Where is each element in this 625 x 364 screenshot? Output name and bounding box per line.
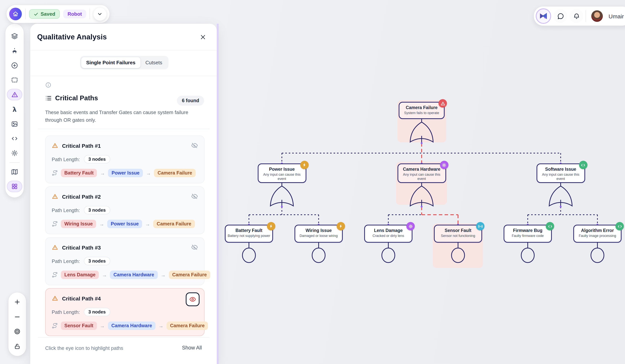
tab-single-point-failures[interactable]: Single Point Failures <box>81 57 140 68</box>
waypoints-icon <box>52 272 58 278</box>
critical-path-card[interactable]: Critical Path #4 Path Length: 3 nodes Se… <box>45 288 205 336</box>
path-arrow: → <box>161 272 166 278</box>
tree-node-software-issue[interactable]: Software IssueAny input can cause this e… <box>536 163 585 183</box>
code-badge-icon <box>579 161 587 169</box>
footer-hint: Click the eye icon to highlight paths <box>45 345 123 351</box>
critical-paths-description: These basic events and Transfer Gates ca… <box>45 109 198 124</box>
node-subtitle: Damaged or loose wiring <box>297 234 341 238</box>
path-chips: Lens Damage→Camera Hardware→Camera Failu… <box>61 271 210 279</box>
path-node-chip: Camera Failure <box>153 220 195 228</box>
node-title: Lens Damage <box>367 228 410 233</box>
node-subtitle: Any input can cause this event <box>260 173 304 181</box>
eye-off-icon <box>191 193 198 200</box>
tree-node-firmware-bug[interactable]: Firmware BugFaulty firmware code <box>504 225 552 243</box>
path-length-label: Path Length: <box>52 156 80 162</box>
node-title: Power Issue <box>260 166 304 172</box>
node-title: Camera Hardware <box>400 166 444 172</box>
tree-node-camera-failure[interactable]: Camera FailureSystem fails to operate <box>399 102 445 119</box>
path-length-label: Path Length: <box>52 207 80 213</box>
waypoints-icon <box>52 323 58 329</box>
toggle-path-visibility-button[interactable] <box>191 193 198 201</box>
path-arrow: → <box>146 170 151 176</box>
tree-node-wiring-issue[interactable]: Wiring IssueDamaged or loose wiring <box>294 225 343 243</box>
warning-triangle-icon <box>52 244 58 251</box>
path-node-chip: Camera Failure <box>154 169 196 177</box>
tab-cutsets[interactable]: Cutsets <box>140 57 167 68</box>
critical-path-card[interactable]: Critical Path #3 Path Length: 3 nodes Le… <box>45 237 205 285</box>
path-node-chip: Power Issue <box>107 220 142 228</box>
show-all-button[interactable]: Show All <box>182 345 202 351</box>
path-chips: Wiring Issue→Power Issue→Camera Failure <box>61 220 195 228</box>
toggle-path-visibility-button[interactable] <box>191 244 198 252</box>
code-badge-icon <box>546 222 554 230</box>
close-panel-button[interactable] <box>199 33 207 41</box>
node-title: Wiring Issue <box>297 228 341 233</box>
tree-node-battery-fault[interactable]: Battery FaultBattery not supplying power <box>225 225 273 243</box>
node-subtitle: System fails to operate <box>401 111 442 115</box>
node-subtitle: Any input can cause this event <box>400 173 444 181</box>
card-title: Critical Path #3 <box>62 244 101 250</box>
tree-node-lens-damage[interactable]: Lens DamageCracked or dirty lens <box>364 225 412 243</box>
toggle-path-visibility-button[interactable] <box>191 142 198 151</box>
bolt-badge-icon <box>300 161 309 169</box>
eye-icon <box>189 296 196 303</box>
path-length-label: Path Length: <box>52 258 80 264</box>
path-node-chip: Sensor Fault <box>61 322 97 330</box>
critical-paths-header: Critical Paths <box>45 94 98 102</box>
node-title: Battery Fault <box>227 228 271 233</box>
tree-node-sensor-fault[interactable]: Sensor FaultSensor not functioning <box>434 225 482 243</box>
panel-divider <box>30 76 217 76</box>
node-title: Camera Failure <box>401 105 442 110</box>
close-icon <box>200 34 206 40</box>
critical-path-card[interactable]: Critical Path #2 Path Length: 3 nodes Wi… <box>45 186 205 234</box>
path-length-label: Path Length: <box>52 309 80 315</box>
path-node-chip: Camera Failure <box>167 322 208 330</box>
eye-off-icon <box>191 244 198 251</box>
signal-badge-icon <box>476 222 484 230</box>
footer-divider <box>38 337 210 337</box>
critical-path-card[interactable]: Critical Path #1 Path Length: 3 nodes Ba… <box>45 135 205 183</box>
critical-path-list: Critical Path #1 Path Length: 3 nodes Ba… <box>45 135 205 336</box>
code-badge-icon <box>615 222 624 230</box>
node-title: Sensor Fault <box>436 228 480 233</box>
bolt-badge-icon <box>267 222 275 230</box>
path-arrow: → <box>100 323 105 329</box>
list-icon <box>45 95 52 101</box>
node-subtitle: Cracked or dirty lens <box>367 234 410 238</box>
warning-triangle-icon <box>52 295 58 302</box>
node-count-badge: 3 nodes <box>84 257 110 265</box>
panel-title: Qualitative Analysis <box>37 33 107 41</box>
toggle-path-visibility-button[interactable] <box>186 292 199 306</box>
node-subtitle: Faulty firmware code <box>506 234 550 238</box>
path-chips: Battery Fault→Power Issue→Camera Failure <box>61 169 195 177</box>
node-count-badge: 3 nodes <box>84 308 110 316</box>
found-count-badge: 6 found <box>177 96 204 106</box>
node-subtitle: Battery not supplying power <box>227 234 271 238</box>
card-title: Critical Path #4 <box>62 295 101 302</box>
warning-badge-icon <box>438 99 447 108</box>
app-root: Camera FailureSystem fails to operatePow… <box>0 0 625 364</box>
tree-node-camera-hardware[interactable]: Camera HardwareAny input can cause this … <box>397 163 446 183</box>
card-title: Critical Path #2 <box>62 193 101 200</box>
tree-node-algorithm-error[interactable]: Algorithm ErrorFaulty image processing <box>573 225 622 243</box>
node-count-badge: 3 nodes <box>84 206 110 214</box>
card-title: Critical Path #1 <box>62 143 101 149</box>
eye-off-icon <box>191 142 198 149</box>
path-node-chip: Camera Hardware <box>108 322 156 330</box>
qualitative-analysis-panel: Qualitative Analysis Single Point Failur… <box>30 24 217 364</box>
analysis-tabs: Single Point Failures Cutsets <box>80 56 168 69</box>
section-divider <box>38 129 210 129</box>
path-node-chip: Wiring Issue <box>61 220 96 228</box>
path-node-chip: Power Issue <box>108 169 143 177</box>
node-subtitle: Sensor not functioning <box>436 234 480 238</box>
panel-resize-handle[interactable] <box>217 24 219 364</box>
info-icon[interactable] <box>45 82 51 90</box>
warning-triangle-icon <box>52 193 58 200</box>
gear-badge-icon <box>440 161 448 169</box>
gear-badge-icon <box>406 222 415 230</box>
critical-paths-title: Critical Paths <box>55 94 98 102</box>
path-arrow: → <box>100 170 105 176</box>
waypoints-icon <box>52 221 58 227</box>
tree-node-power-issue[interactable]: Power IssueAny input can cause this even… <box>257 163 306 183</box>
panel-divider <box>30 50 217 51</box>
